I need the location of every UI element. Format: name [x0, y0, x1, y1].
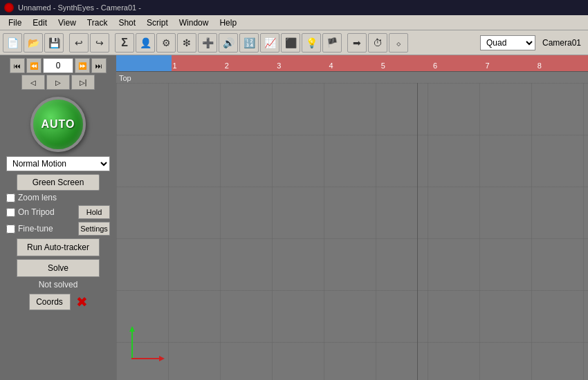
ruler-label-3: 3	[275, 61, 327, 70]
ruler-label-1: 1	[172, 61, 223, 70]
viewport[interactable]: 1 2 3 4 5 6 7 8 Top	[116, 55, 588, 380]
zoom-lens-label: Zoom lens	[18, 193, 57, 202]
axis-x-tip	[159, 356, 165, 361]
on-tripod-checkbox[interactable]	[6, 208, 15, 217]
settings-button[interactable]: Settings	[78, 222, 110, 236]
zoom-lens-row: Zoom lens	[6, 193, 110, 202]
main-area: ⏮ ⏪ ⏩ ⏭ ◁ ▷ ▷| AUTO Normal Motion Nodal …	[0, 55, 588, 380]
toolbar-right: Quad Top Front Side Camera Camera01	[480, 35, 585, 50]
menu-edit[interactable]: Edit	[27, 17, 53, 29]
ruler-label-0	[116, 61, 172, 70]
nav-row-top: ⏮ ⏪ ⏩ ⏭	[3, 58, 113, 73]
viewport-divider	[417, 83, 418, 380]
network-btn[interactable]: ❇	[177, 33, 196, 53]
arrow-right-btn[interactable]: ➡	[347, 33, 367, 53]
ruler-label-7: 7	[484, 61, 535, 70]
delete-icon[interactable]: ✖	[76, 294, 88, 310]
new-btn[interactable]: 📄	[3, 33, 22, 53]
ruler-label-6: 6	[432, 61, 484, 70]
frame-ruler: 1 2 3 4 5 6 7 8 Top	[116, 55, 588, 72]
calc-btn[interactable]: 🔢	[239, 33, 259, 53]
ruler-labels: 1 2 3 4 5 6 7 8	[116, 61, 588, 70]
fine-tune-row: Fine-tune Settings	[6, 222, 110, 236]
on-tripod-row: On Tripod Hold	[6, 205, 110, 219]
auto-button[interactable]: AUTO	[30, 97, 86, 152]
light-btn[interactable]: 💡	[302, 33, 321, 53]
menu-script[interactable]: Script	[141, 17, 174, 29]
top-label: Top	[119, 74, 131, 82]
redo-btn[interactable]: ↪	[90, 33, 109, 53]
window-title: Unnamed - SynthEyes - Camera01 -	[18, 3, 141, 12]
title-bar: Unnamed - SynthEyes - Camera01 -	[0, 0, 588, 15]
solve-btn[interactable]: Solve	[17, 259, 100, 277]
menu-track[interactable]: Track	[82, 17, 113, 29]
add-btn[interactable]: ➕	[198, 33, 217, 53]
last-frame-btn[interactable]: ⏭	[91, 58, 107, 73]
person-btn[interactable]: 👤	[136, 33, 155, 53]
clock-btn[interactable]: ⏱	[368, 33, 387, 53]
camera-label: Camera01	[538, 38, 585, 48]
on-tripod-label: On Tripod	[18, 207, 55, 217]
ruler-label-8: 8	[536, 61, 588, 70]
prev-large-btn[interactable]: ⏪	[26, 58, 42, 73]
coords-btn[interactable]: Coords	[29, 294, 71, 310]
hold-button[interactable]: Hold	[78, 205, 110, 219]
step-fwd-btn[interactable]: ▷	[46, 75, 70, 90]
menu-shot[interactable]: Shot	[113, 17, 141, 29]
axis-y	[131, 332, 133, 359]
motion-dropdown[interactable]: Normal Motion Nodal Pan Dolly Zoom 360 M…	[6, 156, 110, 171]
axis-y-tip	[129, 326, 135, 332]
grid-crop-btn[interactable]: ⬦	[389, 33, 408, 53]
key-next-btn[interactable]: ▷|	[71, 75, 95, 90]
step-back-btn[interactable]: ◁	[21, 75, 45, 90]
undo-btn[interactable]: ↩	[69, 33, 89, 53]
menu-help[interactable]: Help	[214, 17, 242, 29]
open-btn[interactable]: 📂	[24, 33, 43, 53]
speaker-btn[interactable]: 🔊	[219, 33, 238, 53]
chart-btn[interactable]: 📈	[260, 33, 279, 53]
app-icon	[4, 3, 14, 12]
flag-btn[interactable]: 🏴	[322, 33, 342, 53]
menu-view[interactable]: View	[53, 17, 82, 29]
green-screen-btn[interactable]: Green Screen	[17, 174, 100, 191]
first-frame-btn[interactable]: ⏮	[10, 58, 25, 73]
fine-tune-checkbox[interactable]	[6, 225, 15, 234]
ruler-label-2: 2	[223, 61, 275, 70]
solve-status: Not solved	[39, 280, 78, 289]
fine-tune-label: Fine-tune	[18, 224, 53, 234]
viewport-grid	[116, 83, 588, 380]
nav-row-bottom: ◁ ▷ ▷|	[3, 75, 113, 90]
axis-x	[131, 358, 159, 359]
left-panel: ⏮ ⏪ ⏩ ⏭ ◁ ▷ ▷| AUTO Normal Motion Nodal …	[0, 55, 116, 380]
auto-btn-container: AUTO	[30, 97, 86, 152]
frame-input[interactable]	[43, 58, 73, 73]
toolbar: 📄 📂 💾 ↩ ↪ Σ 👤 ⚙ ❇ ➕ 🔊 🔢 📈 ⬛ 💡 🏴 ➡ ⏱ ⬦ Qu…	[0, 30, 588, 55]
menu-bar: File Edit View Track Shot Script Window …	[0, 15, 588, 30]
save-btn[interactable]: 💾	[44, 33, 64, 53]
zoom-lens-checkbox[interactable]	[6, 193, 15, 202]
view-dropdown[interactable]: Quad Top Front Side Camera	[480, 35, 535, 50]
coords-row: Coords ✖	[29, 294, 88, 310]
ruler-label-5: 5	[380, 61, 432, 70]
settings-gear-btn[interactable]: ⚙	[156, 33, 176, 53]
run-auto-tracker-btn[interactable]: Run Auto-tracker	[17, 238, 100, 256]
menu-window[interactable]: Window	[174, 17, 214, 29]
menu-file[interactable]: File	[3, 17, 27, 29]
layers-btn[interactable]: ⬛	[281, 33, 300, 53]
ruler-label-4: 4	[327, 61, 379, 70]
sigma-btn[interactable]: Σ	[115, 33, 134, 53]
next-large-btn[interactable]: ⏩	[75, 58, 90, 73]
